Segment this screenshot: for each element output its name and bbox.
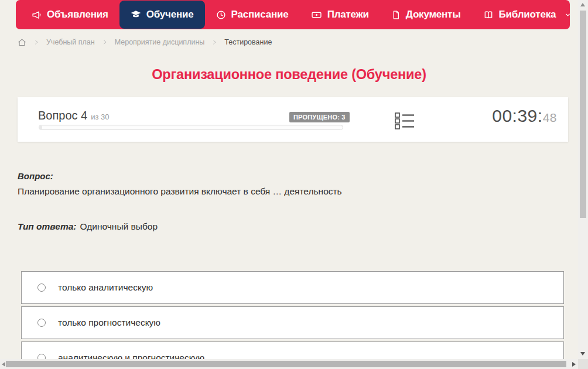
skipped-badge: ПРОПУЩЕНО: 3 <box>289 112 350 122</box>
nav-item-label: Библиотека <box>499 9 556 20</box>
timer-minutes: 00:39: <box>492 106 542 125</box>
vertical-scrollbar[interactable] <box>578 0 588 359</box>
scroll-right-arrow-icon[interactable] <box>572 362 576 367</box>
radio-button-icon[interactable] <box>37 319 46 327</box>
vertical-scrollbar-thumb[interactable] <box>580 11 586 218</box>
nav-item-label: Документы <box>406 9 461 20</box>
megaphone-icon <box>32 10 42 20</box>
breadcrumb: Учебный план Мероприятие дисциплины Тест… <box>18 36 272 49</box>
answer-option-label: только аналитическую <box>58 282 153 293</box>
breadcrumb-discipline-event[interactable]: Мероприятие дисциплины <box>115 38 205 46</box>
banknote-icon <box>311 10 322 20</box>
answer-option-label: только прогностическую <box>58 317 160 328</box>
chevron-right-icon <box>211 39 217 45</box>
nav-item-label: Объявления <box>47 9 108 20</box>
answer-type-label: Тип ответа: <box>18 221 77 231</box>
scroll-left-arrow-icon[interactable] <box>2 362 5 367</box>
answer-options-list: только аналитическую только прогностичес… <box>21 271 564 369</box>
scroll-down-arrow-icon[interactable] <box>580 352 585 356</box>
question-counter: Вопрос 4из 30 <box>38 109 110 122</box>
graduation-cap-icon <box>131 9 141 20</box>
question-heading: Вопрос: <box>18 171 53 181</box>
nav-item-library[interactable]: Библиотека <box>472 1 583 29</box>
scroll-up-arrow-icon[interactable] <box>580 3 585 6</box>
top-navbar: Объявления Обучение Расписание Платежи Д… <box>16 0 570 29</box>
countdown-timer: 00:39:48 <box>492 106 557 126</box>
nav-item-schedule[interactable]: Расписание <box>205 1 300 29</box>
document-icon <box>391 10 401 20</box>
page-title: Организационное поведение (Обучение) <box>0 67 578 83</box>
nav-item-learning[interactable]: Обучение <box>119 1 205 29</box>
answer-type-value: Одиночный выбор <box>80 221 158 231</box>
question-total: из 30 <box>91 112 109 121</box>
open-book-icon <box>483 10 494 20</box>
chevron-right-icon <box>33 39 39 45</box>
nav-item-label: Обучение <box>146 9 194 20</box>
chevron-right-icon <box>102 39 108 45</box>
scrollbar-corner <box>578 359 588 369</box>
nav-item-label: Расписание <box>231 9 289 20</box>
quiz-header-card: Вопрос 4из 30 ПРОПУЩЕНО: 3 00:39:48 <box>18 97 568 142</box>
nav-item-label: Платежи <box>327 9 369 20</box>
answer-option-1[interactable]: только аналитическую <box>21 271 564 304</box>
nav-item-announcements[interactable]: Объявления <box>20 1 119 29</box>
question-list-icon[interactable] <box>395 112 415 129</box>
horizontal-scrollbar[interactable] <box>0 359 578 369</box>
breadcrumb-current-testing: Тестирование <box>224 38 272 46</box>
answer-type-row: Тип ответа:Одиночный выбор <box>18 221 158 232</box>
horizontal-scrollbar-thumb[interactable] <box>6 361 566 367</box>
nav-item-documents[interactable]: Документы <box>380 1 472 29</box>
breadcrumb-study-plan[interactable]: Учебный план <box>46 38 95 46</box>
nav-item-payments[interactable]: Платежи <box>300 1 380 29</box>
question-progress-fill <box>39 125 42 129</box>
question-text: Планирование организационного развития в… <box>18 186 545 197</box>
timer-seconds: 48 <box>543 111 557 124</box>
question-number: Вопрос 4 <box>38 109 87 122</box>
home-icon[interactable] <box>18 38 26 47</box>
chevron-down-icon <box>565 12 571 18</box>
question-progress-bar <box>39 125 343 130</box>
clock-icon <box>216 10 226 20</box>
answer-option-2[interactable]: только прогностическую <box>21 306 564 339</box>
radio-button-icon[interactable] <box>37 283 46 292</box>
